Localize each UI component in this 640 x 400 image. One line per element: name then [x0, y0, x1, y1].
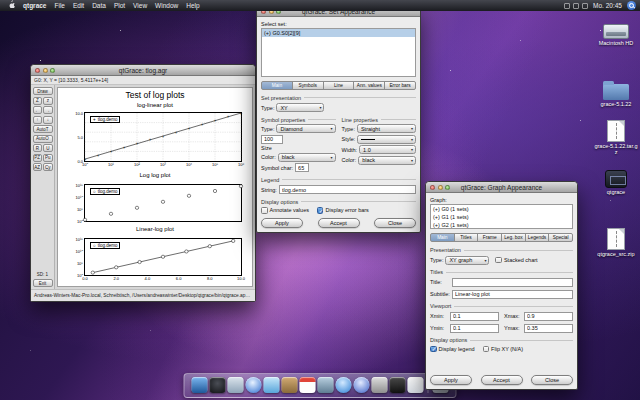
line-style-popup[interactable]: ▾ — [357, 135, 416, 144]
ymax-field[interactable] — [524, 324, 573, 333]
stacked-chart-checkbox[interactable] — [495, 257, 502, 264]
xmin-field[interactable] — [450, 312, 499, 321]
dock-icon-quicktime[interactable] — [354, 377, 370, 393]
xmax-field[interactable] — [524, 312, 573, 321]
menubar-status-icon[interactable] — [564, 3, 570, 9]
plot-canvas[interactable]: Test of log plots log-linear plot ++++++… — [57, 87, 253, 287]
accept-button[interactable]: Accept — [318, 218, 360, 228]
zoom-button[interactable] — [50, 68, 55, 73]
tab-main[interactable]: Main — [261, 81, 293, 90]
graph-list[interactable]: (+) G0 (1 sets) (+) G1 (1 sets) (+) G2 (… — [430, 204, 573, 229]
cycle-button[interactable]: Cy — [43, 163, 53, 171]
dock-icon-dashboard[interactable] — [210, 377, 226, 393]
minimize-button[interactable] — [43, 68, 48, 73]
dock-icon-terminal[interactable] — [390, 377, 406, 393]
dock-icon-ical[interactable] — [300, 377, 316, 393]
title-field[interactable] — [452, 278, 573, 287]
symbol-size-field[interactable] — [261, 135, 283, 144]
dock-icon-preview[interactable] — [318, 377, 334, 393]
graph-type-popup[interactable]: XY graph▾ — [445, 256, 489, 265]
dock-icon-system-preferences[interactable] — [372, 377, 388, 393]
pan-right-button[interactable]: → — [43, 106, 53, 114]
set-type-popup[interactable]: XY▾ — [276, 103, 324, 112]
zoom-in-button[interactable]: Z — [33, 97, 43, 105]
undo-button[interactable]: U — [43, 144, 53, 152]
az-button[interactable]: AZ — [33, 163, 43, 171]
menu-item-view[interactable]: View — [129, 0, 151, 11]
graph-list-item[interactable]: (+) G1 (1 sets) — [431, 213, 572, 221]
set-list-item[interactable]: (+) G0.S0[2][9] — [262, 29, 415, 37]
menu-item-edit[interactable]: Edit — [69, 0, 88, 11]
annotate-values-checkbox[interactable] — [261, 207, 268, 214]
graph-list-item[interactable]: (+) G2 (1 sets) — [431, 221, 572, 229]
desktop-icon-grace-archive[interactable]: grace-5.1.22.tar.gz — [594, 120, 638, 156]
menubar-clock[interactable]: Mo. 20:45 — [591, 2, 624, 9]
line-color-popup[interactable]: black▾ — [358, 156, 416, 165]
close-button[interactable]: Close — [531, 375, 573, 385]
desktop-icon-qtgrace-src[interactable]: qtgrace_src.zip — [594, 228, 638, 257]
menu-item-file[interactable]: File — [50, 0, 68, 11]
set-list[interactable]: (+) G0.S0[2][9] — [261, 28, 416, 77]
autot-button[interactable]: AutoT — [33, 125, 53, 133]
tab-symbols[interactable]: Symbols — [292, 81, 324, 90]
tab-main[interactable]: Main — [430, 233, 455, 242]
menu-item-window[interactable]: Window — [151, 0, 182, 11]
spotlight-icon[interactable] — [627, 1, 636, 10]
graph1[interactable]: +++++++++++++ 0.05.010.0 10⁰10¹10²10³10⁴… — [84, 112, 242, 162]
legend-string-field[interactable] — [279, 185, 416, 194]
autoo-button[interactable]: AutoO — [33, 135, 53, 143]
zoom-button[interactable] — [445, 185, 450, 190]
tab-error-bars[interactable]: Error bars — [384, 81, 416, 90]
draw-button[interactable]: Draw — [33, 87, 53, 95]
tab-ann-values[interactable]: Ann. values — [353, 81, 385, 90]
tab-line[interactable]: Line — [323, 81, 355, 90]
tab-leg-box[interactable]: Leg. box — [501, 233, 526, 242]
pan-up-button[interactable]: ↑ — [33, 116, 43, 124]
apple-menu-icon[interactable] — [4, 0, 19, 11]
desktop-icon-grace-folder[interactable]: grace-5.1.22 — [594, 80, 638, 107]
tab-special[interactable]: Special — [548, 233, 573, 242]
tab-titles[interactable]: Titles — [454, 233, 479, 242]
display-error-bars-checkbox[interactable] — [317, 207, 324, 214]
accept-button[interactable]: Accept — [481, 375, 523, 385]
dock-icon-qtgrace[interactable] — [408, 377, 424, 393]
menu-item-plot[interactable]: Plot — [110, 0, 129, 11]
close-button[interactable]: Close — [374, 218, 416, 228]
pan-down-button[interactable]: ↓ — [43, 116, 53, 124]
apply-button[interactable]: Apply — [430, 375, 472, 385]
graph-dialog-titlebar[interactable]: qtGrace: Graph Appearance — [426, 182, 577, 193]
line-type-popup[interactable]: Straight▾ — [357, 124, 416, 133]
main-window-titlebar[interactable]: qtGrace: tlog.agr — [31, 65, 255, 76]
dock-icon-ichat[interactable] — [264, 377, 280, 393]
menubar-status-icon[interactable] — [573, 3, 579, 9]
subtitle-field[interactable] — [452, 290, 573, 299]
symbol-char-field[interactable] — [295, 163, 309, 172]
pop-zoom-button[interactable]: Pu — [43, 154, 53, 162]
desktop-icon-qtgrace[interactable]: qtgrace — [594, 170, 638, 195]
dock-icon-mail[interactable] — [228, 377, 244, 393]
graph3[interactable]: 10⁰10⁵10¹⁰10¹⁵ 0.02.04.06.08.010.0 ○ tlo… — [84, 238, 242, 276]
redo-button[interactable]: R — [33, 144, 43, 152]
dock-icon-itunes[interactable] — [336, 377, 352, 393]
dock-icon-finder[interactable] — [192, 377, 208, 393]
pan-left-button[interactable]: ← — [33, 106, 43, 114]
flip-xy-checkbox[interactable] — [483, 346, 490, 353]
menu-item-data[interactable]: Data — [88, 0, 110, 11]
desktop-icon-macintosh-hd[interactable]: Macintosh HD — [594, 24, 638, 46]
symbol-type-popup[interactable]: Diamond▾ — [276, 124, 335, 133]
graph-list-item[interactable]: (+) G0 (1 sets) — [431, 205, 572, 213]
line-width-popup[interactable]: 1.0▾ — [359, 145, 416, 154]
dock-icon-address-book[interactable] — [282, 377, 298, 393]
tab-legends[interactable]: Legends — [525, 233, 550, 242]
graph2[interactable]: 10⁰10⁵10¹⁰10¹⁵ ○ tlog.demo — [84, 184, 242, 222]
zoom-out-button[interactable]: z — [43, 97, 53, 105]
close-button[interactable] — [430, 185, 435, 190]
menu-item-help[interactable]: Help — [182, 0, 203, 11]
apply-button[interactable]: Apply — [261, 218, 303, 228]
display-legend-checkbox[interactable] — [430, 346, 437, 353]
tab-frame[interactable]: Frame — [477, 233, 502, 242]
menubar-status-icon[interactable] — [582, 3, 588, 9]
minimize-button[interactable] — [438, 185, 443, 190]
exit-button[interactable]: Exit — [33, 279, 53, 287]
symbol-color-popup[interactable]: black▾ — [278, 153, 336, 162]
